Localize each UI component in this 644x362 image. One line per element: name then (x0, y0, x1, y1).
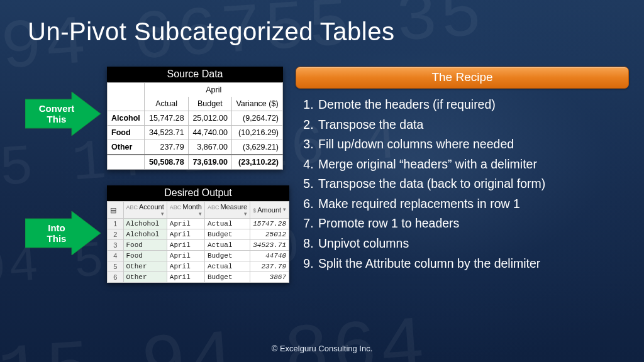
recipe-title: The Recipe (296, 67, 629, 89)
table-row: 2 Alchohol April Budget 25012 (108, 229, 289, 240)
desired-output-table: ▤ ABCAccount▾ ABCMonth▾ ABCMeasure▾ $Amo… (107, 201, 289, 283)
list-item: Transpose the data (317, 115, 629, 135)
col-month: ABCMonth▾ (167, 202, 204, 219)
col-measure: ABCMeasure▾ (204, 202, 250, 219)
table-row: Other 237.79 3,867.00 (3,629.21) (108, 140, 283, 155)
table-row: 1 Alchohol April Actual 15747.28 (108, 219, 289, 229)
source-col-variance: Variance ($) (231, 97, 282, 111)
table-total-row: 50,508.78 73,619.00 (23,110.22) (108, 155, 283, 170)
slide: 94 66755 35 35 14 2826 4 04 57905 0 115 … (0, 0, 644, 362)
source-data-panel: Source Data April Actual Budget Variance… (107, 67, 283, 170)
source-col-budget: Budget (188, 97, 231, 111)
table-row: 6 Other April Budget 3867 (108, 272, 289, 283)
list-item: Make required replacements in row 1 (317, 194, 629, 214)
page-title: Un-Pivot Subcategorized Tables (28, 18, 394, 46)
footer-copyright: © Excelguru Consulting Inc. (0, 344, 644, 353)
table-row: 5 Other April Actual 237.79 (108, 261, 289, 272)
recipe-panel: The Recipe Demote the headers (if requir… (296, 67, 629, 273)
list-item: Unpivot columns (317, 234, 629, 254)
list-item: Merge original “headers” with a delimite… (317, 155, 629, 175)
table-row: 4 Food April Budget 44740 (108, 251, 289, 261)
desired-output-panel: Desired Output ▤ ABCAccount▾ ABCMonth▾ A… (107, 185, 289, 283)
table-row: 3 Food April Actual 34523.71 (108, 240, 289, 251)
table-row: Alcohol 15,747.28 25,012.00 (9,264.72) (108, 111, 283, 126)
source-data-title: Source Data (107, 67, 283, 82)
into-arrow: Into This (25, 211, 101, 255)
row-gutter-header: ▤ (108, 202, 124, 219)
source-col-actual: Actual (145, 97, 188, 111)
list-item: Split the Attribute column by the delimi… (317, 254, 629, 274)
convert-arrow: Convert This (25, 92, 101, 136)
col-amount: $Amount▾ (250, 202, 289, 219)
list-item: Demote the headers (if required) (317, 95, 629, 115)
source-data-table: April Actual Budget Variance ($) Alcohol… (107, 82, 283, 170)
list-item: Fill up/down columns where needed (317, 134, 629, 155)
output-header-row: ▤ ABCAccount▾ ABCMonth▾ ABCMeasure▾ $Amo… (108, 202, 289, 219)
into-arrow-label: Into This (47, 222, 79, 244)
table-row: Food 34,523.71 44,740.00 (10,216.29) (108, 126, 283, 140)
list-item: Transpose the data (back to original for… (317, 174, 629, 194)
recipe-steps: Demote the headers (if required) Transpo… (301, 95, 629, 273)
list-item: Promote row 1 to headers (317, 214, 629, 234)
col-account: ABCAccount▾ (123, 202, 167, 219)
source-month-header: April (145, 83, 283, 97)
convert-arrow-label: Convert This (39, 103, 87, 125)
desired-output-title: Desired Output (107, 185, 289, 201)
